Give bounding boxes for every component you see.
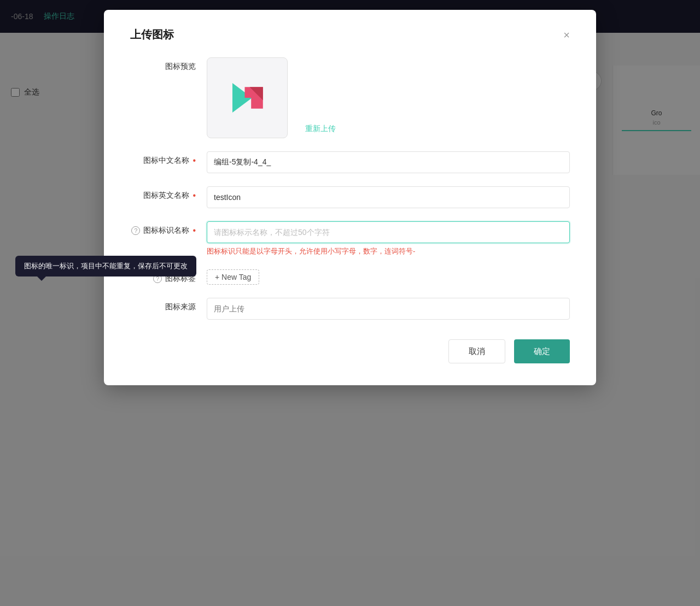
identifier-label: ? 图标标识名称 • (130, 221, 196, 236)
identifier-content: 图标标识只能是以字母开头，允许使用小写字母，数字，连词符号- (207, 221, 570, 256)
chinese-name-label: 图标中文名称 • (130, 151, 196, 166)
tags-content: + New Tag (207, 269, 570, 285)
modal-header: 上传图标 × (130, 27, 570, 42)
modal-footer: 取消 确定 (130, 339, 570, 363)
add-tag-button[interactable]: + New Tag (207, 269, 259, 285)
modal-title: 上传图标 (130, 27, 174, 42)
english-name-content (207, 186, 570, 208)
identifier-row: ? 图标标识名称 • 图标标识只能是以字母开头，允许使用小写字母，数字，连词符号… (130, 221, 570, 256)
icon-preview-svg (223, 73, 272, 122)
identifier-input[interactable] (207, 221, 570, 243)
english-name-label: 图标英文名称 • (130, 186, 196, 201)
identifier-help-icon[interactable]: ? (131, 226, 140, 235)
confirm-button[interactable]: 确定 (514, 339, 570, 363)
english-name-required: • (192, 191, 196, 200)
preview-label: 图标预览 (130, 57, 196, 72)
chinese-name-content (207, 151, 570, 173)
tooltip: 图标的唯一标识，项目中不能重复，保存后不可更改 (15, 256, 196, 276)
source-label: 图标来源 (130, 298, 196, 312)
cancel-button[interactable]: 取消 (448, 339, 505, 363)
preview-row: 图标预览 重新上传 (130, 57, 570, 138)
chinese-name-input[interactable] (207, 151, 570, 173)
preview-content: 重新上传 (207, 57, 570, 138)
reupload-button[interactable]: 重新上传 (305, 124, 336, 134)
tooltip-text: 图标的唯一标识，项目中不能重复，保存后不可更改 (24, 262, 188, 270)
source-row: 图标来源 (130, 298, 570, 320)
english-name-row: 图标英文名称 • (130, 186, 570, 208)
icon-preview-box (207, 57, 288, 138)
identifier-error: 图标标识只能是以字母开头，允许使用小写字母，数字，连词符号- (207, 246, 570, 256)
upload-icon-modal: 上传图标 × 图标预览 重新上传 (104, 10, 596, 385)
source-content (207, 298, 570, 320)
identifier-required: • (192, 226, 196, 235)
modal-close-button[interactable]: × (563, 30, 570, 40)
chinese-name-row: 图标中文名称 • (130, 151, 570, 173)
source-input[interactable] (207, 298, 570, 320)
chinese-name-required: • (192, 156, 196, 165)
english-name-input[interactable] (207, 186, 570, 208)
